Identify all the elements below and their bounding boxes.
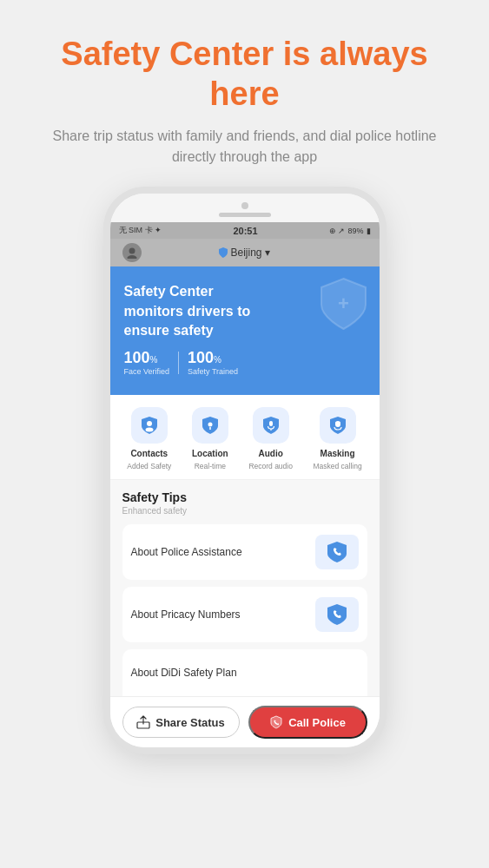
location-name: Beijing [230,247,261,259]
tip-privacy-icon-box [315,597,359,632]
status-carrier: 无 SIM 卡 ✦ [119,225,162,236]
page-subtitle: Share trip status with family and friend… [17,126,472,168]
svg-point-5 [208,423,212,427]
bottom-bar: Share Status Call Police [110,696,380,747]
tip-didi-label: About DiDi Safety Plan [131,667,237,679]
icon-contacts[interactable]: Contacts Added Safety [127,407,171,470]
phone-mockup: 无 SIM 卡 ✦ 20:51 ⊕ ↗ 89% ▮ Beijing ▾ [110,194,380,747]
status-time: 20:51 [233,226,257,236]
call-police-label: Call Police [288,716,346,729]
tip-police-icon-box [315,535,359,569]
masking-sublabel: Masked calling [313,462,361,470]
stat2-pct: % [214,355,221,365]
call-police-button[interactable]: Call Police [248,706,367,739]
safety-tips-section: Safety Tips Enhanced safety About Police… [110,480,380,696]
share-status-label: Share Status [155,716,224,729]
phone-icon-2 [326,603,348,626]
masking-icon [328,416,347,435]
location-icon-circle [192,407,228,444]
tip-item-didi-partial[interactable]: About DiDi Safety Plan [122,649,367,696]
svg-point-3 [147,421,152,426]
audio-icon-circle [253,407,289,444]
audio-label: Audio [258,449,282,458]
hero-stats: 100 % Face Verified 100 % Safety Trained [124,349,366,376]
stat1-label: Face Verified [124,367,170,376]
masking-label: Masking [320,449,355,458]
audio-sublabel: Record audio [248,462,293,470]
svg-rect-6 [269,421,273,426]
phone-notch [110,194,380,222]
feature-icons-row: Contacts Added Safety Location Real-time [110,395,380,480]
status-bar: 无 SIM 卡 ✦ 20:51 ⊕ ↗ 89% ▮ [110,222,380,239]
chevron-down-icon: ▾ [265,247,270,259]
contacts-icon-circle [131,407,168,444]
page-title: Safety Center is always here [61,35,427,114]
safety-tips-title: Safety Tips [122,490,367,504]
stat1-pct: % [150,355,158,365]
share-icon [136,715,150,729]
stat2-label: Safety Trained [188,367,238,376]
stat-safety-trained: 100 % Safety Trained [188,349,238,376]
location-sublabel: Real-time [195,462,226,470]
safety-tips-subtitle: Enhanced safety [122,506,367,516]
location-icon [201,416,220,435]
stat1-value: 100 [124,349,150,367]
icon-audio[interactable]: Audio Record audio [248,407,293,470]
contacts-label: Contacts [130,449,168,458]
stat2-value: 100 [188,349,214,367]
masking-icon-circle [320,407,356,444]
user-avatar[interactable] [122,243,142,262]
svg-point-4 [145,428,153,432]
tip-privacy-label: About Pricacy Numbers [131,608,241,621]
hero-section: + Safety Center monitors drivers to ensu… [110,266,380,395]
contacts-sublabel: Added Safety [127,462,171,470]
svg-point-1 [127,255,136,259]
avatar-icon [126,247,138,259]
share-status-button[interactable]: Share Status [122,707,240,738]
phone-icon-1 [326,541,348,563]
tip-police-label: About Police Assistance [131,546,242,558]
hero-title: Safety Center monitors drivers to ensure… [124,282,272,340]
audio-icon [261,416,281,435]
phone-speaker [219,213,271,217]
nav-location[interactable]: Beijing ▾ [219,247,269,259]
call-icon [269,715,283,729]
status-battery: ⊕ ↗ 89% ▮ [329,227,371,235]
icon-location[interactable]: Location Real-time [192,407,228,470]
icon-masking[interactable]: Masking Masked calling [313,407,361,470]
stat-face-verified: 100 % Face Verified [124,349,170,376]
hero-shield-icon: + [320,277,367,331]
svg-point-0 [129,248,135,254]
tip-item-privacy[interactable]: About Pricacy Numbers [122,587,367,642]
svg-text:+: + [338,293,349,314]
phone-camera [241,202,248,209]
location-label: Location [192,449,228,458]
contacts-icon [140,416,159,435]
nav-bar: Beijing ▾ [110,239,380,266]
shield-nav-icon [219,247,228,258]
stats-divider [178,352,179,374]
tip-item-police[interactable]: About Police Assistance [122,524,367,580]
